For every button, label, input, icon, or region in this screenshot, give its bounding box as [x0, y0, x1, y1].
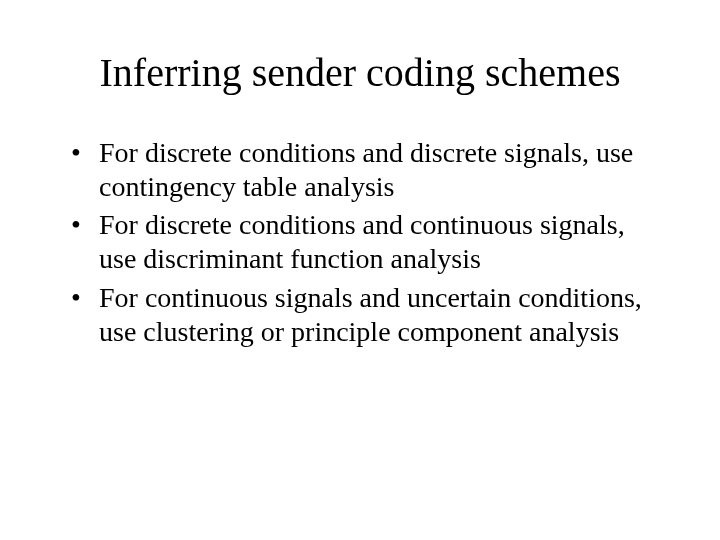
bullet-text: For discrete conditions and continuous s… — [99, 209, 625, 274]
bullet-text: For discrete conditions and discrete sig… — [99, 137, 633, 202]
slide: Inferring sender coding schemes For disc… — [0, 0, 720, 540]
bullet-list: For discrete conditions and discrete sig… — [55, 136, 665, 349]
bullet-text: For continuous signals and uncertain con… — [99, 282, 642, 347]
list-item: For discrete conditions and continuous s… — [65, 208, 665, 276]
list-item: For discrete conditions and discrete sig… — [65, 136, 665, 204]
slide-title: Inferring sender coding schemes — [55, 50, 665, 96]
list-item: For continuous signals and uncertain con… — [65, 281, 665, 349]
